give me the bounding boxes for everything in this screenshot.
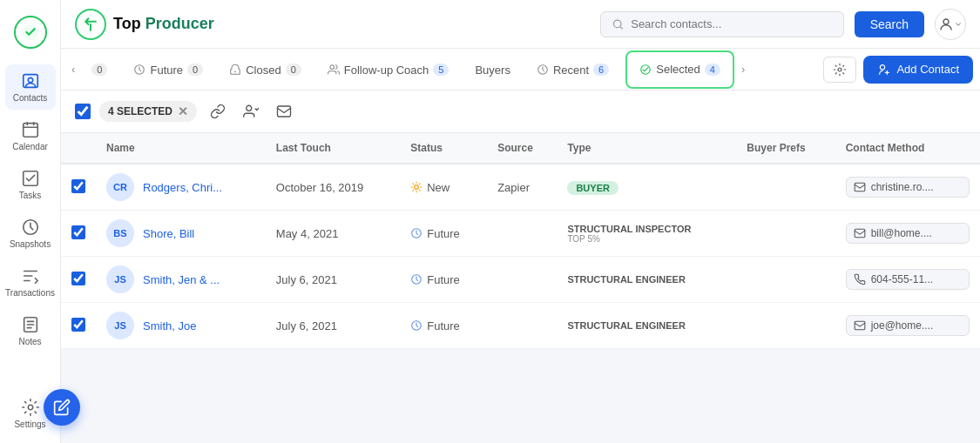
phone-cm-icon	[854, 273, 866, 285]
row-1-status-content: Future	[410, 227, 476, 240]
row-0-status-text: New	[427, 181, 449, 194]
row-0-name[interactable]: Rodgers, Chri...	[143, 181, 222, 194]
tab-recent[interactable]: Recent 6	[524, 49, 622, 91]
row-3-name[interactable]: Smith, Joe	[143, 319, 196, 332]
contacts-icon	[21, 71, 40, 91]
sidebar: Contacts Calendar Tasks Snapshots Transa…	[0, 0, 61, 443]
table-row: BS Shore, Bill May 4, 2021FutureSTRUCTUR…	[61, 211, 980, 257]
row-3-status-text: Future	[427, 319, 460, 332]
row-2-status-text: Future	[427, 273, 460, 286]
tab-future-badge: 0	[187, 64, 203, 76]
sidebar-item-notes[interactable]: Notes	[5, 308, 56, 353]
row-2-name[interactable]: Smith, Jen & ...	[143, 273, 220, 286]
row-2-source	[487, 257, 557, 303]
row-1-name[interactable]: Shore, Bill	[143, 227, 194, 240]
tab-selected[interactable]: Selected 4	[625, 50, 734, 89]
fab-edit-button[interactable]	[44, 389, 80, 426]
row-0-avatar: CR	[106, 173, 134, 201]
row-2-checkbox[interactable]	[71, 272, 85, 285]
search-bar	[600, 11, 844, 37]
row-2-last-touch: July 6, 2021	[266, 257, 400, 303]
sun-icon	[410, 181, 422, 193]
tab-unnamed[interactable]: 0	[78, 49, 120, 91]
select-all-checkbox[interactable]	[75, 104, 91, 119]
row-0-status-content: New	[410, 181, 476, 194]
sidebar-item-settings-label: Settings	[14, 420, 45, 429]
search-button[interactable]: Search	[855, 11, 924, 37]
col-contact-method: Contact Method	[835, 133, 980, 164]
row-0-last-touch: October 16, 2019	[266, 164, 400, 211]
add-contact-button[interactable]: Add Contact	[863, 56, 973, 84]
row-0-contact-method-content: christine.ro....	[846, 177, 970, 198]
tab-buyers-label: Buyers	[475, 64, 510, 77]
svg-point-19	[415, 185, 419, 190]
sidebar-item-calendar[interactable]: Calendar	[5, 113, 56, 158]
row-1-name-content: BS Shore, Bill	[106, 219, 255, 247]
col-buyer-prefs: Buyer Prefs	[736, 133, 835, 164]
user-avatar-button[interactable]	[935, 9, 966, 40]
settings-gear-button[interactable]	[823, 57, 856, 83]
row-3-source	[487, 303, 557, 349]
col-last-touch: Last Touch	[266, 133, 400, 164]
col-source: Source	[487, 133, 557, 164]
row-3-type: STRUCTURAL ENGINEER	[557, 303, 736, 349]
toolbar: 4 SELECTED ✕	[61, 91, 980, 133]
row-2-status: Future	[400, 257, 487, 303]
followup-icon	[328, 64, 340, 76]
row-0-contact-method: christine.ro....	[835, 164, 980, 211]
row-1-contact-value: bill@home....	[871, 227, 932, 239]
assign-button[interactable]	[239, 99, 263, 124]
row-0-checkbox[interactable]	[71, 179, 85, 193]
sidebar-item-transactions-label: Transactions	[5, 288, 55, 298]
row-1-type-label: STRUCTURAL INSPECTOR	[567, 224, 726, 234]
tab-closed[interactable]: Closed 0	[216, 49, 314, 91]
logo-circle	[75, 9, 106, 40]
row-1-contact-method-content: bill@home....	[846, 223, 970, 244]
sidebar-item-tasks[interactable]: Tasks	[5, 162, 56, 207]
svg-point-12	[330, 65, 335, 70]
sidebar-item-calendar-label: Calendar	[12, 142, 48, 151]
row-1-contact-method: bill@home....	[835, 211, 980, 257]
row-1-avatar: BS	[106, 219, 134, 247]
logo-icon	[21, 23, 40, 42]
row-0-status: New	[400, 164, 487, 211]
tab-future[interactable]: Future 0	[120, 49, 216, 91]
tab-scroll-left[interactable]: ‹	[68, 59, 78, 79]
sidebar-item-transactions[interactable]: Transactions	[5, 259, 56, 305]
svg-rect-20	[855, 183, 865, 191]
row-1-checkbox[interactable]	[71, 225, 85, 239]
notes-icon	[21, 315, 40, 334]
email-cm-icon	[854, 227, 866, 239]
table-row: JS Smith, Jen & ... July 6, 2021FutureST…	[61, 257, 980, 303]
logo-text: Top Producer	[113, 15, 214, 33]
row-3-type-content: STRUCTURAL ENGINEER	[567, 320, 726, 331]
row-2-type: STRUCTURAL ENGINEER	[557, 257, 736, 303]
tab-recent-label: Recent	[553, 64, 589, 77]
row-3-contact-method-content: joe@home....	[846, 315, 970, 336]
row-3-checkbox[interactable]	[71, 318, 85, 332]
transactions-icon	[21, 266, 40, 285]
row-2-buyer-prefs	[736, 257, 835, 303]
settings-icon	[21, 398, 40, 417]
calendar-icon	[21, 120, 40, 139]
tab-selected-badge: 4	[705, 64, 720, 76]
row-2-type-content: STRUCTURAL ENGINEER	[567, 274, 726, 285]
tab-buyers[interactable]: Buyers	[462, 49, 523, 91]
sidebar-item-notes-label: Notes	[18, 337, 41, 346]
logo-tp-icon	[82, 16, 99, 33]
tab-scroll-right[interactable]: ›	[738, 59, 748, 79]
sidebar-item-snapshots[interactable]: Snapshots	[5, 211, 56, 256]
table-row: JS Smith, Joe July 6, 2021FutureSTRUCTUR…	[61, 303, 980, 349]
row-0-source: Zapier	[487, 164, 557, 211]
row-3-name-content: JS Smith, Joe	[106, 312, 255, 339]
email-button[interactable]	[272, 99, 296, 124]
sidebar-item-contacts[interactable]: Contacts	[5, 64, 56, 110]
clear-selection-button[interactable]: ✕	[178, 104, 188, 118]
row-3-contact-value: joe@home....	[871, 319, 934, 332]
row-1-type-sub: TOP 5%	[567, 234, 726, 244]
search-input[interactable]	[631, 17, 832, 30]
row-0-name-content: CR Rodgers, Chri...	[106, 173, 255, 201]
link-button[interactable]	[206, 99, 230, 124]
svg-point-16	[881, 64, 885, 69]
tab-followup[interactable]: Follow-up Coach 5	[314, 49, 463, 91]
